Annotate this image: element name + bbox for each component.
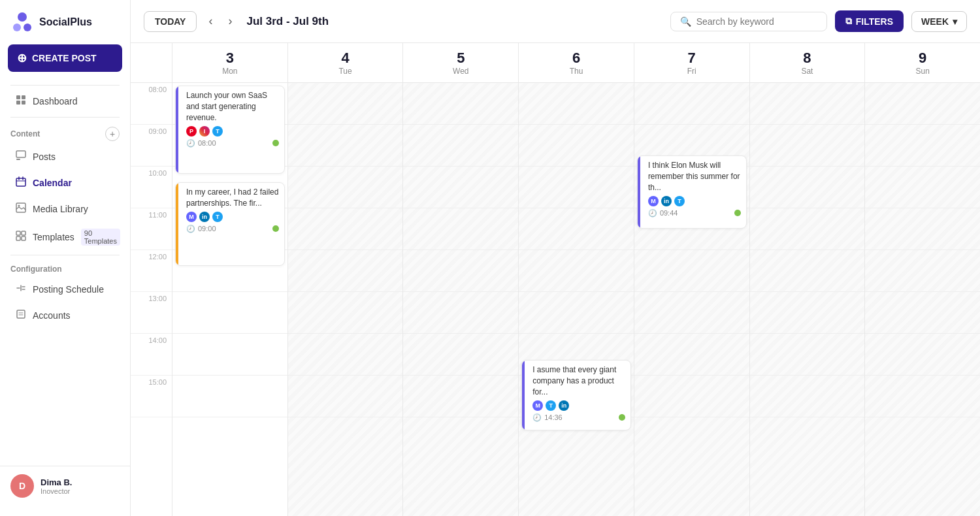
event-time-ev1: 🕗 08:00 <box>186 139 216 148</box>
day-num-wed: 5 <box>403 50 518 67</box>
hour-sun-11 <box>865 208 980 250</box>
hour-tue-14 <box>288 334 403 376</box>
pinterest-icon: P <box>186 126 197 137</box>
hour-fri-8 <box>634 83 749 125</box>
day-col-wed <box>403 83 519 516</box>
day-num-sun: 9 <box>865 50 980 67</box>
hour-fri-12 <box>634 250 749 292</box>
linkedin-icon-3: in <box>559 400 569 411</box>
svg-rect-9 <box>16 178 25 186</box>
hour-sat-9 <box>750 125 865 167</box>
search-input[interactable] <box>696 16 817 27</box>
event-card-ev4[interactable]: I asume that every giant company has a p… <box>521 360 631 430</box>
hour-thu-12 <box>519 250 634 292</box>
twitter-icon-2: T <box>212 212 223 222</box>
create-post-label: CREATE POST <box>32 53 97 63</box>
hour-thu-10 <box>519 167 634 208</box>
event-time-value-ev2: 09:00 <box>198 225 216 233</box>
hour-fri-14 <box>634 334 749 376</box>
hour-tue-8 <box>288 83 403 125</box>
clock-icon-4: 🕗 <box>532 413 542 422</box>
event-footer-ev4: 🕗 14:36 <box>532 413 625 422</box>
event-text-ev3: I think Elon Musk will remember this sum… <box>648 160 741 193</box>
time-slot-900: 09:00 <box>131 125 172 167</box>
day-num-thu: 6 <box>519 50 634 67</box>
svg-rect-17 <box>16 236 20 240</box>
calendar-wrapper: 3 Mon 4 Tue 5 Wed 6 Thu 7 Fri 8 Sat <box>131 43 980 516</box>
instagram-icon: I <box>199 126 210 137</box>
event-card-ev1[interactable]: Launch your own SaaS and start generatin… <box>175 86 285 174</box>
day-num-tue: 4 <box>288 50 403 67</box>
sidebar-item-accounts-label: Accounts <box>33 310 71 321</box>
event-icons-ev1: P I T <box>186 126 279 137</box>
hour-tue-15 <box>288 376 403 417</box>
filters-label: FILTERS <box>856 16 893 27</box>
day-col-tue <box>288 83 404 516</box>
svg-rect-18 <box>22 236 25 240</box>
hour-thu-11 <box>519 208 634 250</box>
user-avatar: D <box>10 474 34 498</box>
calendar-icon <box>16 176 26 189</box>
sidebar-item-media-library[interactable]: Media Library <box>5 197 125 221</box>
time-slot-1000: 10:00 <box>131 167 172 208</box>
templates-icon <box>16 231 26 244</box>
time-slot-1400: 14:00 <box>131 334 172 376</box>
filters-button[interactable]: ⧉ FILTERS <box>835 10 904 32</box>
hour-sun-12 <box>865 250 980 292</box>
status-dot-ev4 <box>619 414 625 421</box>
hour-sat-13 <box>750 292 865 334</box>
twitter-icon-4: T <box>674 196 685 206</box>
sidebar-item-accounts[interactable]: Accounts <box>5 303 125 328</box>
prev-week-button[interactable]: ‹ <box>204 12 216 31</box>
day-name-tue: Tue <box>288 67 403 76</box>
sidebar-item-posts[interactable]: Posts <box>5 144 125 169</box>
hour-sun-15 <box>865 376 980 417</box>
day-num-mon: 3 <box>172 50 287 67</box>
day-num-sat: 8 <box>750 50 865 67</box>
status-dot-ev3 <box>734 210 741 216</box>
event-card-ev2[interactable]: In my career, I had 2 failed partnership… <box>175 182 285 266</box>
day-num-fri: 7 <box>634 50 749 67</box>
calendar-grid: 08:00 09:00 10:00 11:00 12:00 13:00 14:0… <box>131 83 980 516</box>
week-selector-button[interactable]: WEEK ▾ <box>911 11 967 32</box>
days-grid: Launch your own SaaS and start generatin… <box>172 83 980 516</box>
day-header-fri: 7 Fri <box>634 43 750 82</box>
sidebar-item-dashboard[interactable]: Dashboard <box>5 89 125 114</box>
event-card-ev3[interactable]: I think Elon Musk will remember this sum… <box>637 155 747 229</box>
event-icons-ev2: M in T <box>186 212 279 222</box>
sidebar-item-calendar[interactable]: Calendar <box>5 170 125 195</box>
day-header-tue: 4 Tue <box>288 43 404 82</box>
templates-badge: 90 Templates <box>81 229 120 246</box>
clock-icon-2: 🕗 <box>186 225 195 233</box>
hour-sun-8 <box>865 83 980 125</box>
day-col-sat <box>750 83 866 516</box>
sidebar-item-posting-schedule-label: Posting Schedule <box>33 284 104 295</box>
hour-mon-15 <box>172 376 287 417</box>
mastodon-icon: M <box>186 212 197 222</box>
mastodon-icon-3: M <box>532 400 543 411</box>
next-week-button[interactable]: › <box>224 12 236 31</box>
sidebar-item-posting-schedule[interactable]: Posting Schedule <box>5 277 125 302</box>
create-post-button[interactable]: ⊕ CREATE POST <box>8 44 122 72</box>
sidebar-item-templates[interactable]: Templates 90 Templates <box>5 223 125 251</box>
day-col-thu: I asume that every giant company has a p… <box>519 83 634 516</box>
day-name-wed: Wed <box>403 67 518 76</box>
svg-point-0 <box>18 12 27 22</box>
twitter-icon-3: T <box>546 400 556 411</box>
svg-rect-15 <box>16 231 20 235</box>
time-slot-800: 08:00 <box>131 83 172 125</box>
content-add-button[interactable]: + <box>105 127 120 141</box>
hour-sat-15 <box>750 376 865 417</box>
content-section-label: Content <box>10 129 40 138</box>
hour-tue-9 <box>288 125 403 167</box>
configuration-section-label: Configuration <box>10 265 62 274</box>
hour-thu-8 <box>519 83 634 125</box>
svg-rect-3 <box>16 95 20 99</box>
hour-sat-12 <box>750 250 865 292</box>
today-button[interactable]: TODAY <box>144 11 197 32</box>
filter-icon: ⧉ <box>845 16 852 27</box>
hour-sun-14 <box>865 334 980 376</box>
main-content: TODAY ‹ › Jul 3rd - Jul 9th 🔍 ⧉ FILTERS … <box>131 0 980 516</box>
event-footer-ev3: 🕗 09:44 <box>648 209 741 218</box>
dashboard-icon <box>16 95 26 108</box>
